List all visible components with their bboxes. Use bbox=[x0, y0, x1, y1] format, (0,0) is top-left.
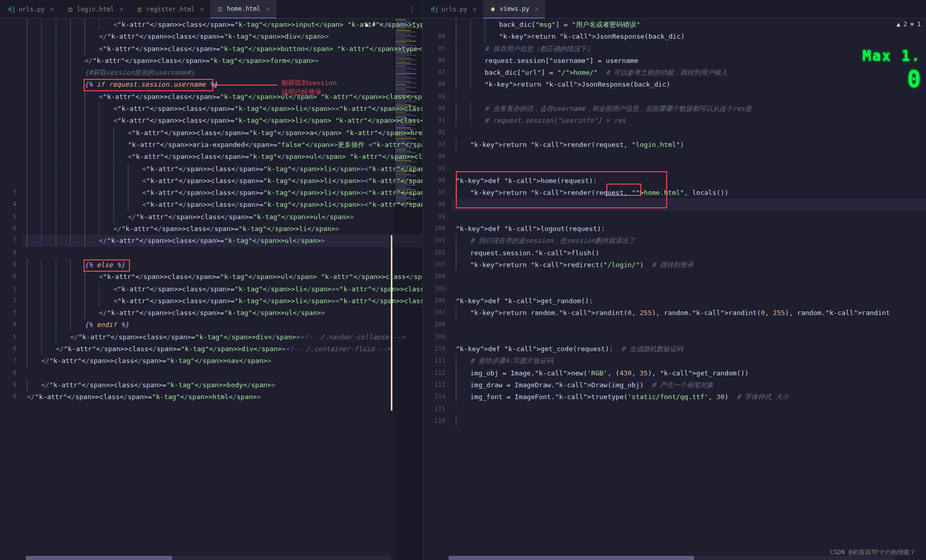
code-line[interactable]: <"k-attr"</span>>class</span>="k-tag"</s… bbox=[23, 295, 422, 307]
code-line[interactable] bbox=[452, 91, 926, 103]
code-line[interactable]: <"k-attr"</span>>class</span>="k-tag"</s… bbox=[23, 283, 422, 295]
code-line[interactable]: "k-key">return random."k-call">randint(0… bbox=[452, 307, 926, 319]
code-line[interactable]: # request.session["userinfo"] = res bbox=[452, 114, 926, 126]
code-line[interactable]: </"k-attr"</span>>class</span>="k-tag"</… bbox=[23, 30, 422, 42]
code-line[interactable]: <"k-attr"</span>>class</span>="k-tag"</s… bbox=[23, 187, 422, 199]
tab-urls-py-right[interactable]: dj urls.py × bbox=[425, 0, 483, 19]
code-line[interactable]: <"k-attr"</span>>class</span>="k-tag"</s… bbox=[23, 271, 422, 283]
code-line[interactable] bbox=[452, 403, 926, 415]
code-line[interactable]: </"k-attr"</span>>class</span>="k-tag"</… bbox=[23, 379, 422, 391]
code-line[interactable]: </"k-attr"</span>>class</span>="k-tag"</… bbox=[23, 355, 422, 367]
code-line[interactable]: img_draw = ImageDraw."k-call">Draw(img_o… bbox=[452, 379, 926, 391]
tab-label: views.py bbox=[500, 5, 530, 12]
html-icon: ◫ bbox=[67, 6, 74, 13]
close-icon[interactable]: × bbox=[50, 5, 54, 13]
code-line[interactable]: <"k-attr"</span>>class</span>="k-tag"</s… bbox=[23, 91, 422, 103]
code-line[interactable] bbox=[452, 283, 926, 295]
code-content-right[interactable]: ▲ 2 ✖ 1 Max 1. 0 back_dic["msg"] = "用户名或… bbox=[452, 19, 926, 560]
code-area-left[interactable]: 345678901234567890 ▲ 4 ↑ ↓ 能获取到session 说… bbox=[0, 19, 422, 560]
code-line[interactable]: "k-key">def "k-call">home(request): bbox=[452, 175, 926, 187]
code-line[interactable]: "k-key">return "k-call">JsonResponse(bac… bbox=[452, 30, 926, 42]
close-icon[interactable]: × bbox=[473, 5, 477, 13]
tab-label: home.html bbox=[227, 5, 260, 12]
code-line[interactable]: "k-key">return "k-call">JsonResponse(bac… bbox=[452, 78, 926, 90]
gutter-right: 8485868788899091929394959697989910010110… bbox=[423, 19, 452, 560]
code-area-right[interactable]: 8485868788899091929394959697989910010110… bbox=[423, 19, 926, 560]
code-line[interactable]: # 我们现在存的是session，把session删掉就退出了 bbox=[452, 235, 926, 246]
more-icon[interactable]: ⋮ bbox=[403, 5, 420, 13]
code-line[interactable]: back_dic["url"] = "/">home/" # 可以参考之前的功能… bbox=[452, 67, 926, 78]
code-line[interactable]: img_obj = Image."k-call">new('RGB', (430… bbox=[452, 367, 926, 379]
code-line[interactable]: # 业务复杂的话，会存username，和全部用户信息，后面要哪个数据都可以从这… bbox=[452, 103, 926, 114]
code-line[interactable]: <"k-attr"</span>>class</span>="k-tag"</s… bbox=[23, 151, 422, 162]
code-line[interactable]: </"k-attr"</span>>class</span>="k-tag"</… bbox=[23, 211, 422, 223]
tab-views-py[interactable]: ◉ views.py × bbox=[483, 0, 545, 19]
code-line[interactable]: <"k-attr"</span>>class</span>="k-tag"</s… bbox=[23, 19, 422, 30]
code-line[interactable] bbox=[452, 211, 926, 223]
tab-home-html[interactable]: ◫ home.html × bbox=[210, 0, 276, 19]
code-line[interactable]: <"k-attr"</span>>class</span>="k-tag"</s… bbox=[23, 175, 422, 187]
tab-label: login.html bbox=[77, 6, 114, 13]
code-line[interactable] bbox=[452, 415, 926, 427]
code-line[interactable] bbox=[452, 127, 926, 139]
code-line[interactable]: {% if request.session.username %} bbox=[23, 78, 422, 90]
code-line[interactable]: </"k-attr"</span>>class</span>="k-tag"</… bbox=[23, 331, 422, 343]
code-line[interactable]: request.session["username"] = username bbox=[452, 55, 926, 67]
code-line[interactable]: "k-key">return "k-call">render(request, … bbox=[452, 187, 926, 199]
code-line[interactable]: <"k-attr"</span>>class</span>="k-tag"</s… bbox=[23, 114, 422, 126]
code-line[interactable]: back_dic["msg"] = "用户名或者密码错误" bbox=[452, 19, 926, 30]
code-line[interactable]: request.session."k-call">flush() bbox=[452, 247, 926, 259]
code-content-left[interactable]: ▲ 4 ↑ ↓ 能获取到session 说明已经登录 <"k-attr"</sp… bbox=[23, 19, 422, 560]
code-line[interactable]: "k-key">return "k-call">render(request, … bbox=[452, 139, 926, 151]
code-line[interactable]: <"k-attr"</span>>class</span>="k-tag"</s… bbox=[23, 127, 422, 139]
close-icon[interactable]: × bbox=[200, 5, 204, 13]
code-line[interactable]: "k-key">return "k-call">redirect("/login… bbox=[452, 259, 926, 271]
editor-pane-right: dj urls.py × ◉ views.py × 84858687888990… bbox=[423, 0, 926, 560]
code-line[interactable]: {#获取session里面的username#} bbox=[23, 67, 422, 78]
tab-label: urls.py bbox=[19, 6, 45, 13]
code-line[interactable]: # 保存用户信息（都正确的情况下） bbox=[452, 43, 926, 55]
tab-bar-left: dj urls.py × ◫ login.html × ◫ register.h… bbox=[0, 0, 422, 19]
code-line[interactable] bbox=[23, 247, 422, 259]
code-line[interactable]: "k-key">def "k-call">get_code(request): … bbox=[452, 343, 926, 355]
code-line[interactable] bbox=[452, 151, 926, 162]
tab-label: urls.py bbox=[441, 6, 468, 13]
code-line[interactable]: </"k-attr"</span>>class</span>="k-tag"</… bbox=[23, 307, 422, 319]
code-line[interactable]: img_font = ImageFont."k-call">truetype('… bbox=[452, 391, 926, 403]
code-line[interactable]: <"k-attr"</span>>class</span>="k-tag"</s… bbox=[23, 163, 422, 175]
code-line[interactable]: "k-key">def "k-call">get_random(): bbox=[452, 295, 926, 307]
code-line[interactable]: {% else %} bbox=[23, 259, 422, 271]
code-line[interactable]: </"k-attr"</span>>class</span>="k-tag"</… bbox=[23, 391, 422, 403]
close-icon[interactable]: × bbox=[119, 5, 123, 13]
code-line[interactable]: </"k-attr"</span>>class</span>="k-tag"</… bbox=[23, 55, 422, 67]
code-line[interactable] bbox=[23, 367, 422, 379]
code-line[interactable] bbox=[452, 271, 926, 283]
code-line[interactable] bbox=[452, 319, 926, 331]
gutter-left: 345678901234567890 bbox=[0, 19, 23, 560]
scrollbar-horizontal-right[interactable] bbox=[449, 556, 895, 560]
tab-register-html[interactable]: ◫ register.html × bbox=[130, 0, 210, 19]
scrollbar-horizontal[interactable] bbox=[26, 556, 391, 560]
code-line[interactable]: </"k-attr"</span>>class</span>="k-tag"</… bbox=[23, 235, 422, 246]
close-icon[interactable]: × bbox=[266, 5, 270, 13]
html-icon: ◫ bbox=[217, 5, 224, 12]
code-line[interactable] bbox=[452, 331, 926, 343]
code-line[interactable] bbox=[452, 163, 926, 175]
code-line[interactable]: {% endif %} bbox=[23, 319, 422, 331]
code-line[interactable]: </"k-attr"</span>>class</span>="k-tag"</… bbox=[23, 223, 422, 235]
code-line[interactable]: "k-attr"</span>>aria-expanded</span>="fa… bbox=[23, 139, 422, 151]
code-line[interactable]: "k-key">def "k-call">logout(request): bbox=[452, 223, 926, 235]
code-line[interactable] bbox=[452, 199, 926, 210]
django-icon: dj bbox=[8, 6, 15, 13]
watermark: CSDN @初遇我🖤寸の热情呢？ bbox=[830, 548, 916, 557]
tab-login-html[interactable]: ◫ login.html × bbox=[60, 0, 130, 19]
code-line[interactable]: </"k-attr"</span>>class</span>="k-tag"</… bbox=[23, 343, 422, 355]
python-icon: ◉ bbox=[489, 5, 497, 12]
tab-urls-py[interactable]: dj urls.py × bbox=[2, 0, 60, 19]
tab-label: register.html bbox=[146, 6, 195, 13]
code-line[interactable]: <"k-attr"</span>>class</span>="k-tag"</s… bbox=[23, 199, 422, 210]
code-line[interactable]: <"k-attr"</span>>class</span>="k-tag"</s… bbox=[23, 103, 422, 114]
close-icon[interactable]: × bbox=[535, 5, 539, 13]
code-line[interactable]: # 最终步骤4:写图片验证码 bbox=[452, 355, 926, 367]
code-line[interactable]: <"k-attr"</span>>class</span>="k-tag"</s… bbox=[23, 43, 422, 55]
